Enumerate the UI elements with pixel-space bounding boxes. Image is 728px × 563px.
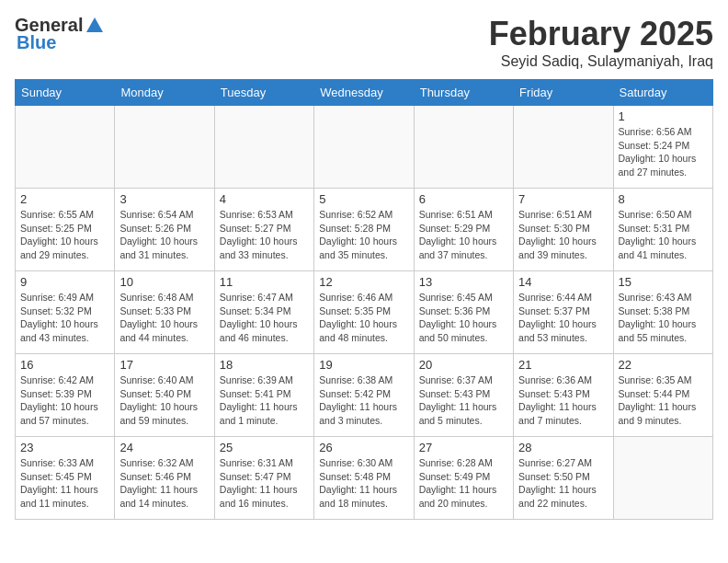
calendar-week-row: 23Sunrise: 6:33 AM Sunset: 5:45 PM Dayli…	[16, 437, 713, 520]
calendar-cell: 13Sunrise: 6:45 AM Sunset: 5:36 PM Dayli…	[414, 271, 513, 354]
calendar-cell: 21Sunrise: 6:36 AM Sunset: 5:43 PM Dayli…	[514, 354, 613, 437]
day-info: Sunrise: 6:38 AM Sunset: 5:42 PM Dayligh…	[319, 373, 408, 428]
calendar-cell	[314, 106, 414, 189]
calendar-cell	[115, 106, 214, 189]
day-info: Sunrise: 6:40 AM Sunset: 5:40 PM Dayligh…	[119, 373, 209, 428]
weekday-header-row: SundayMondayTuesdayWednesdayThursdayFrid…	[16, 80, 713, 106]
day-info: Sunrise: 6:54 AM Sunset: 5:26 PM Dayligh…	[119, 208, 209, 262]
calendar-cell: 12Sunrise: 6:46 AM Sunset: 5:35 PM Dayli…	[314, 271, 414, 354]
day-number: 21	[518, 358, 608, 372]
calendar-cell: 28Sunrise: 6:27 AM Sunset: 5:50 PM Dayli…	[514, 437, 613, 520]
calendar-cell: 15Sunrise: 6:43 AM Sunset: 5:38 PM Dayli…	[613, 271, 712, 354]
calendar-table: SundayMondayTuesdayWednesdayThursdayFrid…	[15, 79, 713, 520]
day-number: 24	[119, 441, 209, 454]
day-number: 14	[518, 275, 608, 289]
day-info: Sunrise: 6:42 AM Sunset: 5:39 PM Dayligh…	[20, 373, 109, 428]
calendar-cell	[214, 106, 313, 189]
calendar-cell: 8Sunrise: 6:50 AM Sunset: 5:31 PM Daylig…	[613, 189, 712, 271]
day-number: 5	[319, 192, 408, 206]
logo-icon	[85, 16, 105, 36]
day-number: 13	[419, 275, 508, 289]
day-info: Sunrise: 6:31 AM Sunset: 5:47 PM Dayligh…	[220, 456, 309, 511]
day-info: Sunrise: 6:48 AM Sunset: 5:33 PM Dayligh…	[119, 291, 209, 345]
calendar-cell: 25Sunrise: 6:31 AM Sunset: 5:47 PM Dayli…	[214, 437, 313, 520]
calendar-week-row: 16Sunrise: 6:42 AM Sunset: 5:39 PM Dayli…	[16, 354, 713, 437]
day-number: 4	[220, 192, 309, 206]
weekday-header-sunday: Sunday	[16, 80, 115, 106]
day-number: 10	[119, 275, 209, 289]
calendar-cell: 19Sunrise: 6:38 AM Sunset: 5:42 PM Dayli…	[314, 354, 414, 437]
calendar-cell	[613, 437, 712, 520]
weekday-header-monday: Monday	[115, 80, 214, 106]
day-info: Sunrise: 6:27 AM Sunset: 5:50 PM Dayligh…	[518, 456, 608, 511]
weekday-header-friday: Friday	[514, 80, 613, 106]
calendar-cell: 18Sunrise: 6:39 AM Sunset: 5:41 PM Dayli…	[214, 354, 313, 437]
day-info: Sunrise: 6:46 AM Sunset: 5:35 PM Dayligh…	[319, 291, 408, 345]
calendar-cell	[514, 106, 613, 189]
calendar-cell: 22Sunrise: 6:35 AM Sunset: 5:44 PM Dayli…	[613, 354, 712, 437]
day-number: 12	[319, 275, 408, 289]
day-number: 3	[119, 192, 209, 206]
calendar-cell	[414, 106, 513, 189]
weekday-header-tuesday: Tuesday	[214, 80, 313, 106]
calendar-cell: 16Sunrise: 6:42 AM Sunset: 5:39 PM Dayli…	[16, 354, 115, 437]
calendar-week-row: 1Sunrise: 6:56 AM Sunset: 5:24 PM Daylig…	[16, 106, 713, 189]
calendar-cell: 1Sunrise: 6:56 AM Sunset: 5:24 PM Daylig…	[613, 106, 712, 189]
calendar-cell: 10Sunrise: 6:48 AM Sunset: 5:33 PM Dayli…	[115, 271, 214, 354]
calendar-week-row: 9Sunrise: 6:49 AM Sunset: 5:32 PM Daylig…	[16, 271, 713, 354]
day-number: 23	[20, 441, 109, 454]
title-block: February 2025 Seyid Sadiq, Sulaymaniyah,…	[489, 15, 713, 70]
day-info: Sunrise: 6:28 AM Sunset: 5:49 PM Dayligh…	[419, 456, 508, 511]
weekday-header-wednesday: Wednesday	[314, 80, 414, 106]
day-number: 1	[619, 109, 708, 123]
day-number: 27	[419, 441, 508, 454]
day-number: 15	[619, 275, 708, 289]
calendar-cell: 24Sunrise: 6:32 AM Sunset: 5:46 PM Dayli…	[115, 437, 214, 520]
day-number: 6	[419, 192, 508, 206]
page-header: General Blue February 2025 Seyid Sadiq, …	[15, 15, 713, 70]
weekday-header-saturday: Saturday	[613, 80, 712, 106]
day-number: 9	[20, 275, 109, 289]
day-number: 7	[518, 192, 608, 206]
day-number: 17	[119, 358, 209, 372]
calendar-cell: 17Sunrise: 6:40 AM Sunset: 5:40 PM Dayli…	[115, 354, 214, 437]
calendar-week-row: 2Sunrise: 6:55 AM Sunset: 5:25 PM Daylig…	[16, 189, 713, 271]
day-info: Sunrise: 6:37 AM Sunset: 5:43 PM Dayligh…	[419, 373, 508, 428]
calendar-cell: 23Sunrise: 6:33 AM Sunset: 5:45 PM Dayli…	[16, 437, 115, 520]
day-info: Sunrise: 6:51 AM Sunset: 5:29 PM Dayligh…	[419, 208, 508, 262]
day-number: 25	[220, 441, 309, 454]
day-info: Sunrise: 6:55 AM Sunset: 5:25 PM Dayligh…	[20, 208, 109, 262]
day-number: 11	[220, 275, 309, 289]
day-number: 28	[518, 441, 608, 454]
day-info: Sunrise: 6:32 AM Sunset: 5:46 PM Dayligh…	[119, 456, 209, 511]
day-info: Sunrise: 6:39 AM Sunset: 5:41 PM Dayligh…	[220, 373, 309, 428]
logo-blue-text: Blue	[17, 32, 56, 53]
day-number: 22	[619, 358, 708, 372]
day-number: 18	[220, 358, 309, 372]
weekday-header-thursday: Thursday	[414, 80, 513, 106]
calendar-cell	[16, 106, 115, 189]
day-info: Sunrise: 6:50 AM Sunset: 5:31 PM Dayligh…	[619, 208, 708, 262]
calendar-cell: 20Sunrise: 6:37 AM Sunset: 5:43 PM Dayli…	[414, 354, 513, 437]
day-info: Sunrise: 6:53 AM Sunset: 5:27 PM Dayligh…	[220, 208, 309, 262]
day-info: Sunrise: 6:36 AM Sunset: 5:43 PM Dayligh…	[518, 373, 608, 428]
day-number: 26	[319, 441, 408, 454]
calendar-cell: 6Sunrise: 6:51 AM Sunset: 5:29 PM Daylig…	[414, 189, 513, 271]
day-info: Sunrise: 6:56 AM Sunset: 5:24 PM Dayligh…	[619, 125, 708, 179]
logo: General Blue	[15, 15, 107, 53]
day-info: Sunrise: 6:44 AM Sunset: 5:37 PM Dayligh…	[518, 291, 608, 345]
calendar-cell: 7Sunrise: 6:51 AM Sunset: 5:30 PM Daylig…	[514, 189, 613, 271]
day-info: Sunrise: 6:30 AM Sunset: 5:48 PM Dayligh…	[319, 456, 408, 511]
day-number: 19	[319, 358, 408, 372]
calendar-cell: 5Sunrise: 6:52 AM Sunset: 5:28 PM Daylig…	[314, 189, 414, 271]
day-info: Sunrise: 6:35 AM Sunset: 5:44 PM Dayligh…	[619, 373, 708, 428]
day-info: Sunrise: 6:47 AM Sunset: 5:34 PM Dayligh…	[220, 291, 309, 345]
day-info: Sunrise: 6:51 AM Sunset: 5:30 PM Dayligh…	[518, 208, 608, 262]
day-number: 8	[619, 192, 708, 206]
calendar-cell: 9Sunrise: 6:49 AM Sunset: 5:32 PM Daylig…	[16, 271, 115, 354]
calendar-cell: 2Sunrise: 6:55 AM Sunset: 5:25 PM Daylig…	[16, 189, 115, 271]
calendar-cell: 11Sunrise: 6:47 AM Sunset: 5:34 PM Dayli…	[214, 271, 313, 354]
day-info: Sunrise: 6:49 AM Sunset: 5:32 PM Dayligh…	[20, 291, 109, 345]
svg-marker-0	[86, 17, 103, 32]
calendar-cell: 27Sunrise: 6:28 AM Sunset: 5:49 PM Dayli…	[414, 437, 513, 520]
